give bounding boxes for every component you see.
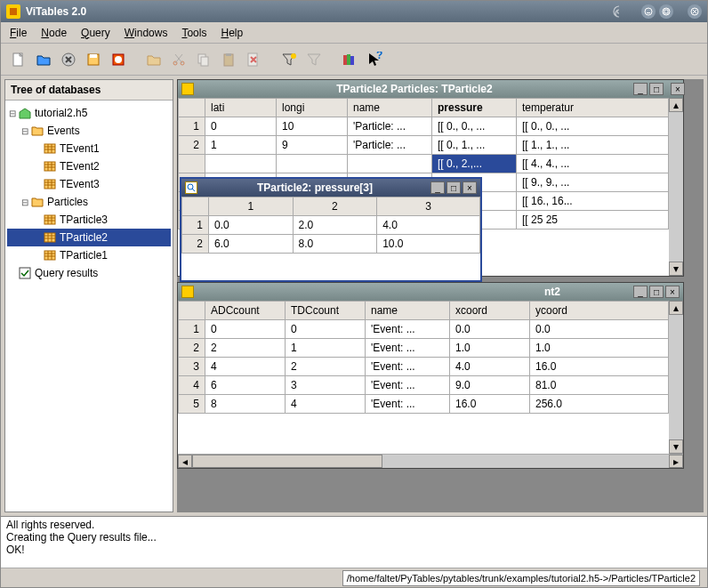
tree-table-tparticle1[interactable]: TParticle1	[7, 246, 171, 264]
tree-table-tevent1[interactable]: TEvent1	[7, 140, 171, 157]
tree-table-tevent3[interactable]: TEvent3	[7, 175, 171, 193]
filter-add-icon[interactable]	[278, 49, 300, 70]
folder-icon	[30, 124, 44, 138]
col-tdccount[interactable]: TDCcount	[286, 302, 366, 320]
window-titlebar: ViTables 2.0	[1, 1, 707, 22]
svg-text:?: ?	[376, 52, 382, 61]
svg-rect-10	[90, 54, 97, 58]
new-file-icon[interactable]	[8, 49, 29, 70]
console-line: Creating the Query results file...	[6, 531, 702, 544]
kde-swirl-icon	[612, 4, 626, 19]
minimize-button[interactable]	[641, 4, 656, 19]
paste-icon[interactable]	[218, 49, 239, 70]
col-name[interactable]: name	[366, 302, 450, 320]
sub-minimize-button[interactable]: _	[633, 83, 648, 95]
vertical-scrollbar[interactable]: ▴▾	[669, 98, 683, 276]
tree-group-particles[interactable]: ⊟Particles	[7, 193, 171, 211]
vertical-scrollbar[interactable]: ▴▾	[669, 301, 683, 454]
menu-file[interactable]: File	[10, 27, 27, 39]
sub-close-button[interactable]: ×	[665, 286, 680, 298]
sub-maximize-button[interactable]: □	[447, 181, 461, 194]
copy-icon[interactable]	[193, 49, 214, 70]
save-file-icon[interactable]	[83, 49, 104, 70]
table-icon	[43, 159, 57, 173]
pressure-table[interactable]: 1 2 3 10.02.04.0 26.08.010.0	[181, 197, 480, 254]
col-1[interactable]: 1	[209, 197, 294, 216]
event-table[interactable]: ADCcount TDCcount name xcoord ycoord 100…	[178, 301, 669, 414]
col-xcoord[interactable]: xcoord	[450, 302, 530, 320]
col-name[interactable]: name	[348, 99, 432, 117]
subwindow-title: TParticle2 Particles: TParticle2	[197, 83, 632, 95]
col-pressure[interactable]: pressure	[432, 99, 517, 117]
subwindow-pressure: TParticle2: pressure[3] _ □ × 1 2 3 10.0…	[180, 177, 482, 282]
subwindow-titlebar[interactable]: TParticle2 Particles: TParticle2 _ □ ×	[178, 80, 683, 98]
subwindow-title: nt2	[197, 286, 632, 298]
table-icon	[43, 141, 57, 156]
table-icon	[43, 230, 57, 245]
window-title: ViTables 2.0	[26, 5, 608, 18]
whats-this-icon[interactable]: ?	[364, 49, 385, 70]
col-lati[interactable]: lati	[205, 99, 277, 117]
cut-icon[interactable]	[168, 49, 189, 70]
subwindow-titlebar[interactable]: nt2 _ □ ×	[178, 283, 683, 301]
sub-minimize-button[interactable]: _	[633, 286, 648, 298]
stop-icon[interactable]	[108, 49, 129, 70]
delete-icon[interactable]	[243, 49, 264, 70]
svg-rect-22	[347, 54, 350, 65]
svg-rect-16	[201, 57, 208, 66]
col-2[interactable]: 2	[293, 197, 377, 216]
tree-root[interactable]: ⊟tutorial2.h5	[7, 104, 171, 122]
sub-maximize-button[interactable]: □	[649, 286, 664, 298]
menu-tools[interactable]: Tools	[181, 27, 206, 39]
sub-close-button[interactable]: ×	[463, 181, 477, 194]
col-3[interactable]: 3	[377, 197, 480, 216]
open-file-icon[interactable]	[33, 49, 54, 70]
statusbar: /home/faltet/PyTables/pytables/trunk/exa…	[1, 568, 707, 587]
books-icon[interactable]	[339, 49, 360, 70]
col-adccount[interactable]: ADCcount	[205, 302, 286, 320]
close-button[interactable]	[688, 4, 702, 19]
tree-table-tevent2[interactable]: TEvent2	[7, 157, 171, 175]
main-area: Tree of databases ⊟tutorial2.h5 ⊟Events …	[1, 76, 707, 516]
close-file-icon[interactable]	[58, 49, 79, 70]
tree-query-results[interactable]: Query results	[7, 264, 171, 282]
svg-rect-30	[44, 251, 55, 260]
table-row: 219'Particle: ...[[ 0., 1., ...[[ 1., 1.…	[179, 136, 669, 155]
table-row: 100'Event: ...0.00.0	[179, 320, 669, 339]
sub-maximize-button[interactable]: □	[649, 83, 664, 95]
menubar: File Node Query Windows Tools Help	[1, 22, 707, 44]
toolbar: ?	[1, 44, 707, 76]
svg-rect-1	[10, 8, 17, 15]
menu-help[interactable]: Help	[221, 27, 243, 39]
svg-rect-23	[350, 56, 354, 65]
console-line: OK!	[6, 544, 702, 556]
col-longi[interactable]: longi	[277, 99, 348, 117]
tree-table-tparticle2[interactable]: TParticle2	[7, 229, 171, 246]
tree-body[interactable]: ⊟tutorial2.h5 ⊟Events TEvent1 TEvent2 TE…	[5, 101, 173, 511]
tree-table-tparticle3[interactable]: TParticle3	[7, 211, 171, 229]
maximize-button[interactable]	[659, 4, 673, 19]
table-icon	[43, 248, 57, 262]
open-folder-icon[interactable]	[143, 49, 165, 70]
svg-point-2	[645, 8, 652, 15]
zoom-icon	[185, 181, 197, 194]
horizontal-scrollbar[interactable]: ◂▸	[178, 454, 683, 468]
folder-icon	[30, 195, 44, 209]
subwindow-titlebar[interactable]: TParticle2: pressure[3] _ □ ×	[181, 179, 480, 197]
tree-group-events[interactable]: ⊟Events	[7, 122, 171, 140]
corner-header	[182, 197, 209, 216]
col-ycoord[interactable]: ycoord	[530, 302, 669, 320]
menu-windows[interactable]: Windows	[125, 27, 168, 39]
svg-point-20	[291, 53, 296, 59]
menu-node[interactable]: Node	[41, 27, 67, 39]
svg-rect-31	[20, 268, 30, 278]
tree-header: Tree of databases	[5, 80, 173, 101]
sub-close-button[interactable]: ×	[671, 83, 685, 95]
filter-icon[interactable]	[303, 49, 325, 70]
sub-minimize-button[interactable]: _	[430, 181, 445, 194]
app-logo-icon	[6, 4, 20, 19]
col-temperature[interactable]: temperatur	[517, 99, 669, 117]
menu-query[interactable]: Query	[81, 27, 110, 39]
database-icon	[18, 106, 32, 120]
table-row: 10.02.04.0	[182, 216, 480, 235]
